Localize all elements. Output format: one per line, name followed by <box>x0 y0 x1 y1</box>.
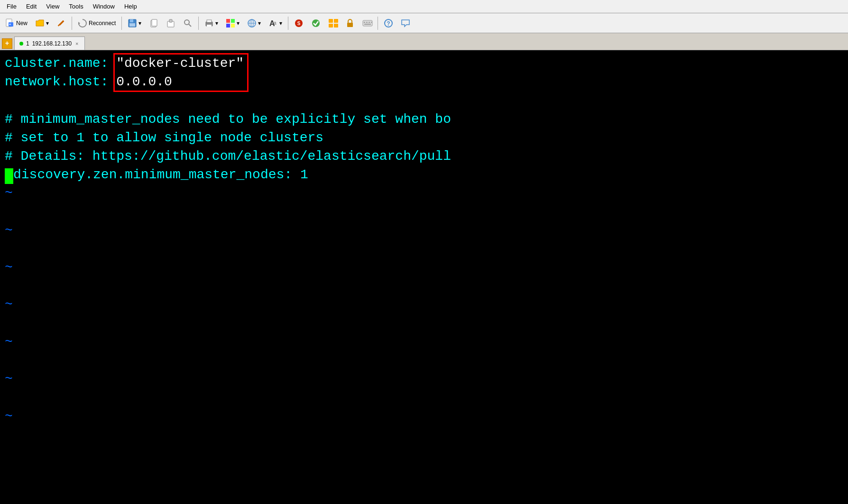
globe-icon <box>247 18 257 28</box>
new-label: New <box>16 20 28 27</box>
svg-point-28 <box>312 19 320 27</box>
network-host-line: network.host: 0.0.0.0 <box>5 73 843 91</box>
chat-button[interactable] <box>397 15 414 31</box>
grid-button[interactable] <box>325 15 341 31</box>
terminal-area[interactable]: cluster.name: "docker-cluster" network.h… <box>0 50 848 504</box>
svg-rect-35 <box>364 22 365 23</box>
tab-close-button[interactable]: × <box>74 41 79 46</box>
salamander-button[interactable]: S <box>291 15 307 31</box>
save-button[interactable]: ▾ <box>124 15 145 31</box>
tilde-line-2: ~ <box>5 221 843 240</box>
tilde-line-5: ~ <box>5 333 843 351</box>
salamander-icon: S <box>294 18 304 28</box>
separator-2 <box>121 17 122 30</box>
tilde-line-4: ~ <box>5 295 843 314</box>
grid-icon <box>328 18 338 28</box>
print-icon <box>204 18 214 28</box>
separator-1 <box>72 17 72 30</box>
svg-rect-38 <box>371 22 372 23</box>
separator-5 <box>378 17 378 30</box>
empty-tilde-2 <box>5 240 843 258</box>
tilde-line-3: ~ <box>5 258 843 277</box>
menu-help[interactable]: Help <box>120 1 142 11</box>
comment-line-3: # Details: https://github.com/elastic/el… <box>5 147 843 165</box>
globe-button[interactable]: ▾ <box>244 15 264 31</box>
dropdown-arrow6: ▾ <box>279 20 282 27</box>
svg-rect-31 <box>329 24 333 27</box>
svg-point-11 <box>184 20 189 25</box>
svg-rect-33 <box>347 23 353 27</box>
cluster-name-key: cluster.name: <box>5 56 116 71</box>
cluster-name-line: cluster.name: "docker-cluster" <box>5 54 843 73</box>
menu-bar: File Edit View Tools Window Help <box>0 0 848 13</box>
print-button[interactable]: ▾ <box>201 15 221 31</box>
keyboard-button[interactable] <box>359 15 375 31</box>
network-host-value: 0.0.0.0 <box>116 74 172 89</box>
lock-button[interactable] <box>342 15 358 31</box>
empty-tilde-3 <box>5 277 843 295</box>
new-button[interactable]: + New <box>2 15 31 31</box>
color-icon <box>226 18 235 28</box>
menu-view[interactable]: View <box>41 1 64 11</box>
tab-bar: + 1 192.168.12.130 × <box>0 33 848 50</box>
search-button[interactable] <box>180 15 196 31</box>
empty-tilde-4 <box>5 314 843 333</box>
paste-button[interactable] <box>163 15 179 31</box>
new-icon: + <box>5 18 15 28</box>
help-button[interactable]: ? <box>380 15 396 31</box>
tab-1[interactable]: 1 192.168.12.130 × <box>14 37 85 50</box>
dropdown-arrow4: ▾ <box>237 20 240 27</box>
font-icon: A a <box>268 18 278 28</box>
edit-button[interactable] <box>53 15 69 31</box>
separator-3 <box>198 17 199 30</box>
menu-tools[interactable]: Tools <box>64 1 88 11</box>
font-button[interactable]: A a ▾ <box>265 15 286 31</box>
svg-rect-16 <box>226 19 230 23</box>
dropdown-arrow2: ▾ <box>138 20 141 27</box>
search-icon <box>183 18 193 28</box>
svg-rect-34 <box>363 20 372 26</box>
chat-icon <box>401 18 410 28</box>
svg-text:a: a <box>274 20 277 26</box>
menu-edit[interactable]: Edit <box>21 1 41 11</box>
save-icon <box>128 18 137 28</box>
tilde-line-7: ~ <box>5 407 843 426</box>
copy-button[interactable] <box>146 15 162 31</box>
menu-window[interactable]: Window <box>88 1 120 11</box>
svg-text:+: + <box>9 22 11 27</box>
svg-rect-32 <box>334 24 338 27</box>
color-button[interactable]: ▾ <box>222 15 243 31</box>
svg-rect-17 <box>231 19 235 23</box>
separator-4 <box>288 17 288 30</box>
discovery-line: discovery.zen.minimum_master_nodes: 1 <box>5 165 843 184</box>
tab-ip: 192.168.12.130 <box>32 40 72 47</box>
reconnect-button[interactable]: Reconnect <box>74 15 119 31</box>
svg-rect-19 <box>231 24 235 27</box>
empty-tilde-6 <box>5 388 843 407</box>
keyboard-icon <box>362 18 372 28</box>
cluster-name-value: "docker-cluster" <box>116 56 244 71</box>
tab-number: 1 <box>26 40 29 47</box>
discovery-text: discovery.zen.minimum_master_nodes: 1 <box>13 167 308 182</box>
paste-icon <box>166 18 175 28</box>
pencil-icon <box>56 18 66 28</box>
comment-line-2: # set to 1 to allow single node clusters <box>5 128 843 147</box>
lock-icon <box>345 18 355 28</box>
svg-text:?: ? <box>387 20 390 27</box>
svg-rect-6 <box>129 23 135 27</box>
open-button[interactable]: ▾ <box>32 15 52 31</box>
menu-file[interactable]: File <box>2 1 21 11</box>
empty-tilde-1 <box>5 203 843 221</box>
check-button[interactable] <box>308 15 324 31</box>
tilde-line-6: ~ <box>5 370 843 388</box>
svg-line-12 <box>189 24 191 27</box>
svg-rect-30 <box>334 19 338 23</box>
add-tab-button[interactable]: + <box>2 38 12 49</box>
toolbar: + New ▾ Reconnect <box>0 13 848 33</box>
svg-text:S: S <box>297 21 301 26</box>
cursor <box>5 168 13 184</box>
svg-rect-37 <box>369 22 370 23</box>
reconnect-label: Reconnect <box>89 20 116 27</box>
dropdown-arrow5: ▾ <box>258 20 261 27</box>
tilde-line-1: ~ <box>5 184 843 202</box>
